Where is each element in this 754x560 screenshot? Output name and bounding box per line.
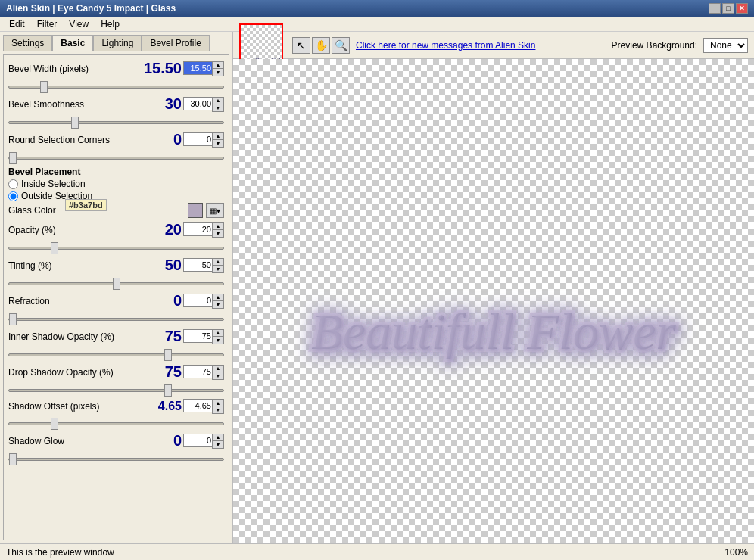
tab-bevel-profile[interactable]: Bevel Profile <box>142 35 209 51</box>
refraction-row: Refraction 0 ▲ ▼ <box>8 292 224 310</box>
refraction-slider[interactable] <box>8 318 224 321</box>
inner-shadow-slider-row <box>8 348 224 359</box>
tab-settings[interactable]: Settings <box>3 35 52 51</box>
bevel-smoothness-spin-up[interactable]: ▲ <box>213 98 223 104</box>
outside-selection-radio[interactable] <box>8 191 18 201</box>
refraction-input-group: ▲ ▼ <box>183 294 224 309</box>
glass-color-swatch[interactable] <box>188 203 203 218</box>
round-corners-row: Round Selection Corners 0 ▲ ▼ <box>8 131 224 148</box>
menu-bar: Edit Filter View Help <box>0 17 754 32</box>
shadow-offset-spin-up[interactable]: ▲ <box>213 400 223 406</box>
tinting-input[interactable] <box>183 258 212 272</box>
inner-shadow-label: Inner Shadow Opacity (%) <box>8 331 136 342</box>
minimize-button[interactable]: _ <box>709 3 721 14</box>
round-corners-label: Round Selection Corners <box>8 135 136 145</box>
tinting-spin-up[interactable]: ▲ <box>213 259 223 266</box>
inner-shadow-slider[interactable] <box>8 353 224 356</box>
shadow-offset-input-group: ▲ ▼ <box>183 399 224 414</box>
drop-shadow-spin-down[interactable]: ▼ <box>213 372 223 379</box>
opacity-spin-down[interactable]: ▼ <box>213 230 223 237</box>
menu-view[interactable]: View <box>63 17 95 31</box>
glass-color-picker-button[interactable]: ▦▾ <box>206 203 224 218</box>
round-corners-slider[interactable] <box>8 157 224 160</box>
menu-help[interactable]: Help <box>95 17 126 31</box>
drop-shadow-input-group: ▲ ▼ <box>183 365 224 380</box>
app-window: Alien Skin | Eye Candy 5 Impact | Glass … <box>0 0 754 560</box>
preview-bg-select[interactable]: None <box>703 38 748 53</box>
tinting-row: Tinting (%) 50 ▲ ▼ <box>8 257 224 274</box>
bevel-width-spin-up[interactable]: ▲ <box>213 62 223 69</box>
bevel-width-spinner: ▲ ▼ <box>212 61 224 76</box>
glass-color-row: Glass Color ▦▾ #b3a7bd <box>8 203 224 218</box>
shadow-glow-row: Shadow Glow 0 ▲ ▼ <box>8 432 224 450</box>
preview-text: Beautifull Flower <box>311 302 676 362</box>
preview-area: Beautifull Flower <box>233 59 754 543</box>
zoom-tool-button[interactable]: 🔍 <box>332 37 350 54</box>
tab-content: Bevel Width (pixels) 15.50 ▲ ▼ Bev <box>3 54 229 540</box>
shadow-glow-spin-down[interactable]: ▼ <box>213 441 223 448</box>
tinting-slider[interactable] <box>8 282 224 285</box>
shadow-offset-spin-down[interactable]: ▼ <box>213 406 223 413</box>
shadow-glow-input[interactable] <box>183 434 212 447</box>
shadow-glow-value: 0 <box>136 432 182 450</box>
tinting-slider-row <box>8 277 224 288</box>
bevel-smoothness-input[interactable] <box>183 97 212 110</box>
bevel-width-spin-down[interactable]: ▼ <box>213 69 223 76</box>
shadow-offset-slider[interactable] <box>8 422 224 425</box>
opacity-input[interactable] <box>183 222 212 236</box>
bevel-width-slider-row <box>8 80 224 91</box>
inner-shadow-spin-up[interactable]: ▲ <box>213 330 223 337</box>
inner-shadow-input[interactable] <box>183 329 212 343</box>
opacity-slider[interactable] <box>8 247 224 250</box>
refraction-value: 0 <box>136 292 182 310</box>
drop-shadow-input[interactable] <box>183 365 212 378</box>
shadow-offset-row: Shadow Offset (pixels) 4.65 ▲ ▼ <box>8 399 224 414</box>
round-corners-spin-up[interactable]: ▲ <box>213 133 223 140</box>
bevel-placement-label: Bevel Placement <box>8 166 224 177</box>
shadow-glow-slider[interactable] <box>8 458 224 461</box>
drop-shadow-spinner: ▲ ▼ <box>212 365 224 380</box>
pan-tool-button[interactable]: ✋ <box>312 37 330 54</box>
inside-selection-radio[interactable] <box>8 179 18 189</box>
status-bar: This is the preview window 100% <box>0 543 754 560</box>
tinting-spin-down[interactable]: ▼ <box>213 266 223 272</box>
drop-shadow-slider[interactable] <box>8 389 224 392</box>
opacity-label: Opacity (%) <box>8 225 136 235</box>
round-corners-slider-row <box>8 151 224 162</box>
message-link[interactable]: Click here for new messages from Alien S… <box>356 40 535 51</box>
preview-bg-label: Preview Background: <box>612 40 697 51</box>
drop-shadow-spin-up[interactable]: ▲ <box>213 366 223 372</box>
close-button[interactable]: ✕ <box>736 3 748 14</box>
menu-filter[interactable]: Filter <box>31 17 64 31</box>
maximize-button[interactable]: □ <box>722 3 734 14</box>
bevel-width-input[interactable] <box>183 61 212 75</box>
inner-shadow-value: 75 <box>136 328 182 345</box>
bevel-smoothness-row: Bevel Smoothness 30 ▲ ▼ <box>8 95 224 113</box>
preview-content: Beautifull Flower <box>311 302 676 362</box>
tinting-spinner: ▲ ▼ <box>212 258 224 273</box>
refraction-input[interactable] <box>183 294 212 307</box>
shadow-offset-input[interactable] <box>183 399 212 412</box>
preview-image-container: Beautifull Flower <box>233 59 754 543</box>
refraction-slider-row <box>8 313 224 323</box>
shadow-glow-spin-up[interactable]: ▲ <box>213 434 223 441</box>
round-corners-spin-down[interactable]: ▼ <box>213 140 223 147</box>
round-corners-input-group: ▲ ▼ <box>183 132 224 148</box>
round-corners-input[interactable] <box>183 132 212 146</box>
refraction-spin-down[interactable]: ▼ <box>213 301 223 308</box>
tab-lighting[interactable]: Lighting <box>93 35 142 51</box>
shadow-offset-value: 4.65 <box>136 400 182 413</box>
arrow-tool-button[interactable]: ↖ <box>292 37 310 54</box>
opacity-spin-up[interactable]: ▲ <box>213 223 223 230</box>
shadow-glow-slider-row <box>8 453 224 463</box>
bevel-smoothness-value: 30 <box>136 95 182 113</box>
bevel-smoothness-slider[interactable] <box>8 121 224 124</box>
refraction-spin-up[interactable]: ▲ <box>213 294 223 301</box>
menu-edit[interactable]: Edit <box>3 17 31 31</box>
bevel-width-row: Bevel Width (pixels) 15.50 ▲ ▼ <box>8 60 224 77</box>
bevel-width-slider[interactable] <box>8 86 224 89</box>
drop-shadow-label: Drop Shadow Opacity (%) <box>8 367 136 378</box>
inner-shadow-spin-down[interactable]: ▼ <box>213 337 223 344</box>
tab-basic[interactable]: Basic <box>52 35 93 51</box>
bevel-smoothness-spin-down[interactable]: ▼ <box>213 104 223 111</box>
